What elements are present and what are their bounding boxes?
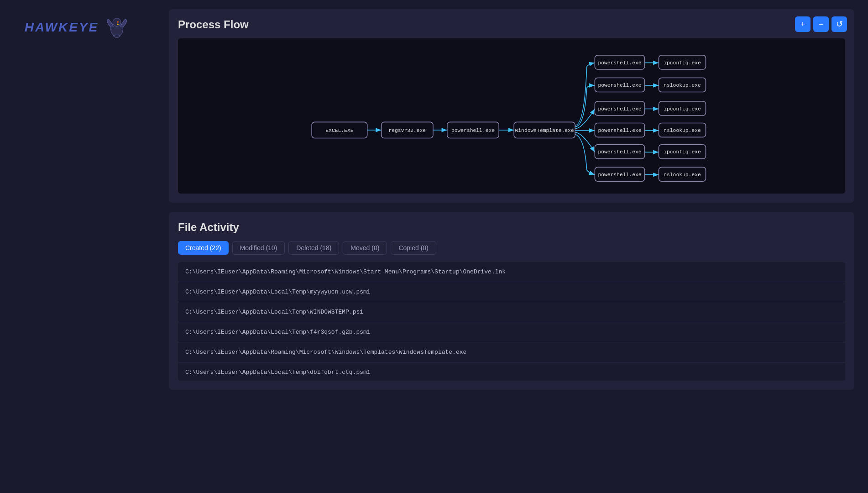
node-ns2[interactable]: nslookup.exe <box>659 123 706 137</box>
svg-text:nslookup.exe: nslookup.exe <box>664 128 701 133</box>
node-ps3[interactable]: powershell.exe <box>595 101 644 115</box>
sidebar: HAWKEYE <box>0 0 155 493</box>
file-activity-tabs: Created (22)Modified (10)Deleted (18)Mov… <box>178 241 845 255</box>
svg-text:nslookup.exe: nslookup.exe <box>664 172 701 178</box>
node-ns1[interactable]: nslookup.exe <box>659 78 706 92</box>
svg-text:powershell.exe: powershell.exe <box>598 172 641 178</box>
zoom-reset-button[interactable]: ↺ <box>831 16 847 32</box>
file-activity-tab-2[interactable]: Deleted (18) <box>288 241 339 255</box>
svg-text:powershell.exe: powershell.exe <box>598 83 641 88</box>
svg-text:powershell.exe: powershell.exe <box>598 149 641 155</box>
node-ps5[interactable]: powershell.exe <box>595 145 644 159</box>
file-activity-tab-3[interactable]: Moved (0) <box>343 241 387 255</box>
node-windowstemplate[interactable]: WindowsTemplate.exe <box>514 122 575 138</box>
app-name: HAWKEYE <box>25 20 99 35</box>
svg-text:powershell.exe: powershell.exe <box>598 106 641 112</box>
svg-text:powershell.exe: powershell.exe <box>598 128 641 133</box>
file-list-container[interactable]: C:\Users\IEuser\AppData\Roaming\Microsof… <box>178 262 845 381</box>
svg-text:ipconfig.exe: ipconfig.exe <box>664 60 701 66</box>
svg-text:powershell.exe: powershell.exe <box>598 60 641 66</box>
file-list-item[interactable]: C:\Users\IEuser\AppData\Local\Temp\f4r3q… <box>178 322 845 342</box>
file-activity-tab-1[interactable]: Modified (10) <box>232 241 285 255</box>
process-flow-section: Process Flow + − ↺ <box>169 9 854 203</box>
node-regsvr32[interactable]: regsvr32.exe <box>382 122 433 138</box>
svg-text:powershell.exe: powershell.exe <box>451 128 495 133</box>
svg-point-1 <box>113 18 121 26</box>
main-content: Process Flow + − ↺ <box>155 0 868 493</box>
svg-text:EXCEL.EXE: EXCEL.EXE <box>325 128 353 133</box>
process-flow-canvas: EXCEL.EXE regsvr32.exe powershell.exe Wi… <box>178 38 845 194</box>
node-ps2[interactable]: powershell.exe <box>595 78 644 92</box>
svg-text:nslookup.exe: nslookup.exe <box>664 83 701 88</box>
file-activity-tab-0[interactable]: Created (22) <box>178 241 229 255</box>
node-ns3[interactable]: nslookup.exe <box>659 167 706 181</box>
node-ip1[interactable]: ipconfig.exe <box>659 55 706 69</box>
node-ps1[interactable]: powershell.exe <box>595 55 644 69</box>
logo-area: HAWKEYE <box>16 9 140 46</box>
file-list-item[interactable]: C:\Users\IEuser\AppData\Roaming\Microsof… <box>178 342 845 362</box>
file-activity-title: File Activity <box>178 221 845 234</box>
svg-text:ipconfig.exe: ipconfig.exe <box>664 149 701 155</box>
file-activity-tab-4[interactable]: Copied (0) <box>391 241 436 255</box>
node-ps6[interactable]: powershell.exe <box>595 167 644 181</box>
node-ps4[interactable]: powershell.exe <box>595 123 644 137</box>
svg-point-3 <box>118 21 119 22</box>
file-list-item[interactable]: C:\Users\IEuser\AppData\Local\Temp\WINDO… <box>178 302 845 322</box>
file-list-item[interactable]: C:\Users\IEuser\AppData\Roaming\Microsof… <box>178 262 845 282</box>
node-powershell-main[interactable]: powershell.exe <box>447 122 499 138</box>
node-ip3[interactable]: ipconfig.exe <box>659 145 706 159</box>
flow-diagram: EXCEL.EXE regsvr32.exe powershell.exe Wi… <box>178 38 845 194</box>
svg-text:regsvr32.exe: regsvr32.exe <box>388 128 426 133</box>
file-activity-section: File Activity Created (22)Modified (10)D… <box>169 212 854 390</box>
zoom-controls: + − ↺ <box>795 16 847 32</box>
svg-text:WindowsTemplate.exe: WindowsTemplate.exe <box>515 128 574 133</box>
node-excel[interactable]: EXCEL.EXE <box>312 122 367 138</box>
node-ip2[interactable]: ipconfig.exe <box>659 101 706 115</box>
app-logo-icon <box>103 14 131 41</box>
file-list-item[interactable]: C:\Users\IEuser\AppData\Local\Temp\dblfq… <box>178 362 845 381</box>
svg-text:ipconfig.exe: ipconfig.exe <box>664 106 701 112</box>
file-list-item[interactable]: C:\Users\IEuser\AppData\Local\Temp\myywy… <box>178 282 845 302</box>
zoom-out-button[interactable]: − <box>813 16 829 32</box>
zoom-in-button[interactable]: + <box>795 16 810 32</box>
process-flow-title: Process Flow <box>178 18 845 31</box>
